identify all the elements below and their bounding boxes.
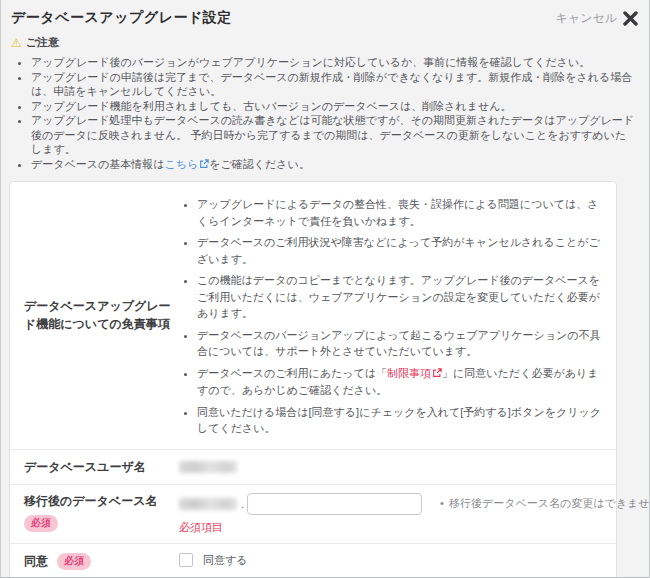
notice-item: アップグレード後のバージョンがウェブアプリケーションに対応しているか、事前に情報…	[31, 55, 637, 70]
new-db-name-label: 移行後のデータベース名	[24, 494, 157, 508]
external-link-icon	[432, 366, 442, 383]
disclaimer-item: データベースのご利用にあたっては「制限事項」に同意いただく必要がありますので、あ…	[197, 365, 606, 399]
panel-header: データベースアップグレード設定 キャンセル	[1, 0, 649, 27]
disclaimer-item: この機能はデータのコピーまでとなります。アップグレード後のデータベースをご利用い…	[197, 272, 606, 322]
row-disclaimer: データベースアップグレード機能についての免責事項 アップグレードによるデータの整…	[10, 182, 616, 449]
close-icon[interactable]	[621, 9, 639, 27]
header-actions: キャンセル	[556, 9, 639, 27]
notice-heading: ⚠ ご注意	[11, 35, 637, 50]
agree-checkbox[interactable]	[179, 553, 193, 567]
row-agree: 同意 必須 同意する	[10, 543, 616, 578]
notice-item: アップグレード機能を利用されましても、古いバージョンのデータベースは、削除されま…	[31, 99, 637, 114]
row-db-user: データベースユーザ名	[10, 449, 616, 484]
external-link-icon	[199, 158, 209, 173]
page-title: データベースアップグレード設定	[11, 9, 232, 27]
db-user-value-redacted	[179, 461, 237, 473]
restrictions-link[interactable]: 制限事項	[387, 367, 431, 379]
agree-label: 同意	[24, 554, 48, 568]
disclaimer-item: データベースのご利用状況や障害などによって予約がキャンセルされることがございます…	[197, 234, 606, 267]
new-db-name-input[interactable]	[247, 493, 422, 515]
basic-info-link[interactable]: こちら	[165, 158, 199, 170]
db-name-side-note: 移行後データベース名の変更はできません	[440, 496, 650, 511]
required-badge: 必須	[24, 515, 58, 532]
required-field-note: 必須項目	[179, 520, 650, 535]
agree-checkbox-label[interactable]: 同意する	[203, 554, 248, 566]
warning-icon: ⚠	[11, 37, 22, 49]
notice-item: アップグレード処理中もデータベースの読み書きなどは可能な状態ですが、その期間更新…	[31, 113, 637, 157]
notice-heading-label: ご注意	[26, 35, 59, 50]
upgrade-settings-panel: データベースアップグレード設定 キャンセル ⚠ ご注意 アップグレード後のバージ…	[0, 0, 650, 578]
required-badge: 必須	[57, 553, 91, 570]
disclaimer-item: データベースのバージョンアップによって起こるウェブアプリケーションの不具合につい…	[197, 327, 606, 360]
disclaimer-label: データベースアップグレード機能についての免責事項	[10, 289, 179, 341]
notice-list: アップグレード後のバージョンがウェブアプリケーションに対応しているか、事前に情報…	[17, 55, 637, 172]
notice-item: アップグレードの申請後は完了まで、データベースの新規作成・削除ができなくなります…	[31, 70, 637, 99]
notice-item: データベースの基本情報はこちらをご確認ください。	[31, 157, 637, 173]
disclaimer-item: 同意いただける場合は[同意する]にチェックを入れて[予約する]ボタンをクリックし…	[197, 404, 606, 437]
disclaimer-list: アップグレードによるデータの整合性、喪失・誤操作による問題については、さくらイン…	[179, 196, 606, 437]
disclaimer-item: アップグレードによるデータの整合性、喪失・誤操作による問題については、さくらイン…	[197, 196, 606, 229]
db-name-prefix-redacted	[179, 498, 237, 510]
upgrade-form-table: データベースアップグレード機能についての免責事項 アップグレードによるデータの整…	[9, 181, 617, 578]
row-new-db-name: 移行後のデータベース名 必須 . 移行後データベース名の変更はできません 必須項…	[10, 484, 616, 543]
notice-section: ⚠ ご注意 アップグレード後のバージョンがウェブアプリケーションに対応しているか…	[11, 35, 637, 172]
cancel-link[interactable]: キャンセル	[556, 10, 617, 27]
db-name-separator: .	[241, 498, 244, 510]
db-user-label: データベースユーザ名	[10, 450, 179, 484]
